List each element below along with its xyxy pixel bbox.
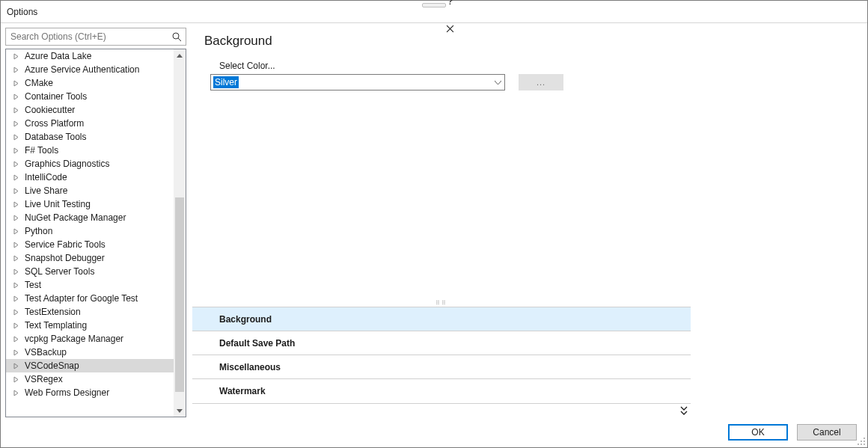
- tree-item[interactable]: Test: [6, 278, 174, 292]
- overflow-indicator[interactable]: [192, 404, 863, 417]
- tree-item[interactable]: vcpkg Package Manager: [6, 332, 174, 346]
- tree-item[interactable]: Azure Service Authentication: [6, 63, 174, 76]
- tree-item[interactable]: TestExtension: [6, 305, 174, 319]
- expand-icon[interactable]: [12, 79, 20, 88]
- options-tree: Azure Data LakeAzure Service Authenticat…: [5, 49, 186, 417]
- category-row[interactable]: Miscellaneous: [192, 355, 691, 379]
- expand-icon[interactable]: [12, 52, 20, 61]
- expand-icon[interactable]: [12, 335, 20, 343]
- expand-icon[interactable]: [12, 66, 20, 74]
- tree-item[interactable]: Container Tools: [6, 90, 174, 103]
- svg-point-2: [861, 441, 862, 442]
- ok-button[interactable]: OK: [728, 424, 788, 441]
- expand-icon[interactable]: [12, 133, 20, 141]
- tree-item[interactable]: CMake: [6, 76, 174, 90]
- expand-icon[interactable]: [12, 106, 20, 114]
- expand-icon[interactable]: [12, 160, 20, 168]
- dialog-footer: OK Cancel: [1, 417, 867, 447]
- tree-item[interactable]: SQL Server Tools: [6, 265, 174, 278]
- tree-item-label: VSCodeSnap: [25, 360, 79, 371]
- svg-point-5: [861, 444, 862, 445]
- select-color-label: Select Color...: [192, 61, 863, 71]
- tree-item[interactable]: NuGet Package Manager: [6, 211, 174, 224]
- expand-icon[interactable]: [12, 93, 20, 101]
- tree-item-label: Graphics Diagnostics: [25, 159, 109, 169]
- expand-icon[interactable]: [12, 281, 20, 289]
- dropdown-value: Silver: [213, 76, 239, 88]
- expand-icon[interactable]: [12, 389, 20, 397]
- expand-icon[interactable]: [12, 362, 20, 370]
- tree-item-label: Azure Data Lake: [25, 51, 91, 61]
- tree-item-label: Service Fabric Tools: [25, 239, 106, 250]
- close-icon[interactable]: [441, 20, 459, 38]
- expand-icon[interactable]: [12, 120, 20, 128]
- window-title: Options: [7, 7, 37, 17]
- tree-item[interactable]: IntelliCode: [6, 171, 174, 184]
- scroll-up-icon[interactable]: [174, 49, 186, 61]
- tree-item[interactable]: Text Templating: [6, 319, 174, 332]
- tree-item[interactable]: VSBackup: [6, 346, 174, 359]
- splitter-grip[interactable]: ⠿⠿: [192, 299, 691, 307]
- cancel-button[interactable]: Cancel: [797, 424, 857, 441]
- options-dialog: Options ? Azure Data LakeAzure Service A…: [0, 0, 868, 448]
- scroll-down-icon[interactable]: [174, 405, 186, 417]
- tree-item-label: Live Unit Testing: [25, 199, 91, 209]
- tree-item-label: Database Tools: [25, 132, 87, 142]
- scroll-thumb[interactable]: [175, 197, 184, 392]
- tree-item-label: Azure Service Authentication: [25, 64, 139, 75]
- svg-point-3: [864, 441, 865, 442]
- category-list: BackgroundDefault Save PathMiscellaneous…: [192, 307, 691, 404]
- tree-item[interactable]: Cross Platform: [6, 117, 174, 130]
- expand-icon[interactable]: [12, 349, 20, 357]
- chevron-down-icon: [491, 75, 504, 90]
- expand-icon[interactable]: [12, 308, 20, 316]
- tree-item-label: VSRegex: [25, 374, 63, 384]
- expand-icon[interactable]: [12, 254, 20, 263]
- tree-item-label: Test: [25, 280, 41, 290]
- expand-icon[interactable]: [12, 322, 20, 330]
- tree-item[interactable]: Python: [6, 224, 174, 238]
- tree-item[interactable]: Live Unit Testing: [6, 197, 174, 211]
- tree-item[interactable]: Snapshot Debugger: [6, 251, 174, 265]
- tree-item[interactable]: F# Tools: [6, 144, 174, 157]
- tree-item-label: F# Tools: [25, 145, 58, 156]
- tree-item[interactable]: Service Fabric Tools: [6, 238, 174, 251]
- tree-item[interactable]: Live Share: [6, 184, 174, 197]
- color-picker-button[interactable]: ...: [519, 74, 563, 90]
- titlebar: Options ?: [1, 1, 867, 23]
- resize-grip-icon[interactable]: [855, 435, 866, 446]
- tree-item-label: Text Templating: [25, 320, 87, 331]
- tree-item[interactable]: Cookiecutter: [6, 103, 174, 117]
- tree-item-label: Cookiecutter: [25, 105, 75, 115]
- expand-icon[interactable]: [12, 200, 20, 209]
- tree-item[interactable]: VSRegex: [6, 372, 174, 386]
- category-row[interactable]: Default Save Path: [192, 331, 691, 355]
- tree-item[interactable]: Database Tools: [6, 130, 174, 144]
- tree-item-label: CMake: [25, 78, 53, 88]
- category-row[interactable]: Background: [192, 307, 691, 331]
- category-row[interactable]: Watermark: [192, 379, 691, 403]
- expand-icon[interactable]: [12, 147, 20, 155]
- tree-item-label: SQL Server Tools: [25, 266, 94, 277]
- tree-item-label: Web Forms Designer: [25, 387, 109, 398]
- expand-icon[interactable]: [12, 268, 20, 276]
- expand-icon[interactable]: [12, 227, 20, 236]
- expand-icon[interactable]: [12, 187, 20, 195]
- tree-item-label: NuGet Package Manager: [25, 212, 126, 223]
- expand-icon[interactable]: [12, 295, 20, 303]
- left-panel: Azure Data LakeAzure Service Authenticat…: [5, 28, 186, 417]
- tree-item-label: VSBackup: [25, 347, 67, 358]
- expand-icon[interactable]: [12, 241, 20, 249]
- tree-item[interactable]: VSCodeSnap: [6, 359, 174, 372]
- expand-icon[interactable]: [12, 375, 20, 384]
- expand-icon[interactable]: [12, 214, 20, 222]
- svg-point-6: [864, 444, 865, 445]
- svg-point-1: [864, 438, 865, 439]
- tree-item[interactable]: Graphics Diagnostics: [6, 157, 174, 171]
- color-dropdown[interactable]: Silver: [210, 74, 505, 90]
- tree-item[interactable]: Web Forms Designer: [6, 386, 174, 399]
- tree-item[interactable]: Test Adapter for Google Test: [6, 292, 174, 305]
- tree-scrollbar[interactable]: [174, 49, 186, 417]
- tree-item[interactable]: Azure Data Lake: [6, 49, 174, 63]
- expand-icon[interactable]: [12, 174, 20, 182]
